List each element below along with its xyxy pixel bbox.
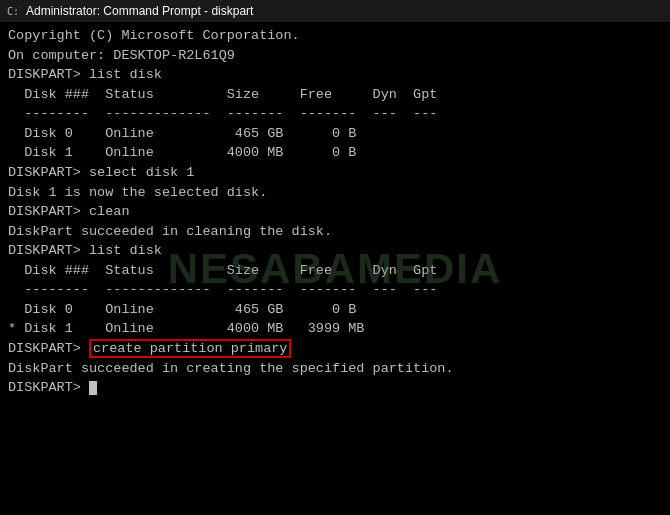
command-line-with-highlight: DISKPART> create partition primary (8, 339, 662, 359)
success-message: DiskPart succeeded in creating the speci… (8, 359, 662, 379)
cursor (89, 381, 97, 395)
console-line-19: DISKPART> list disk (8, 241, 662, 261)
console-line-9: Disk 1 Online 4000 MB 0 B (8, 143, 662, 163)
final-prompt-text: DISKPART> (8, 380, 89, 395)
console-line-7: -------- ------------- ------- ------- -… (8, 104, 662, 124)
console-line-2: On computer: DESKTOP-R2L61Q9 (8, 46, 662, 66)
console-area: NESABAMEDIA Copyright (C) Microsoft Corp… (0, 22, 670, 515)
console-line-1: Copyright (C) Microsoft Corporation. (8, 26, 662, 46)
highlighted-command: create partition primary (89, 339, 291, 358)
final-prompt-line: DISKPART> (8, 378, 662, 398)
console-line-21: Disk ### Status Size Free Dyn Gpt (8, 261, 662, 281)
console-line-11: DISKPART> select disk 1 (8, 163, 662, 183)
console-line-23: Disk 0 Online 465 GB 0 B (8, 300, 662, 320)
cmd-icon: C:\ (6, 4, 20, 18)
console-line-13: Disk 1 is now the selected disk. (8, 183, 662, 203)
title-bar: C:\ Administrator: Command Prompt - disk… (0, 0, 670, 22)
console-line-15: DISKPART> clean (8, 202, 662, 222)
console-line-6: Disk ### Status Size Free Dyn Gpt (8, 85, 662, 105)
console-line-22: -------- ------------- ------- ------- -… (8, 280, 662, 300)
console-line-8: Disk 0 Online 465 GB 0 B (8, 124, 662, 144)
console-line-24: * Disk 1 Online 4000 MB 3999 MB (8, 319, 662, 339)
title-bar-text: Administrator: Command Prompt - diskpart (26, 4, 664, 18)
console-line-4: DISKPART> list disk (8, 65, 662, 85)
svg-text:C:\: C:\ (7, 6, 20, 17)
console-line-17: DiskPart succeeded in cleaning the disk. (8, 222, 662, 242)
